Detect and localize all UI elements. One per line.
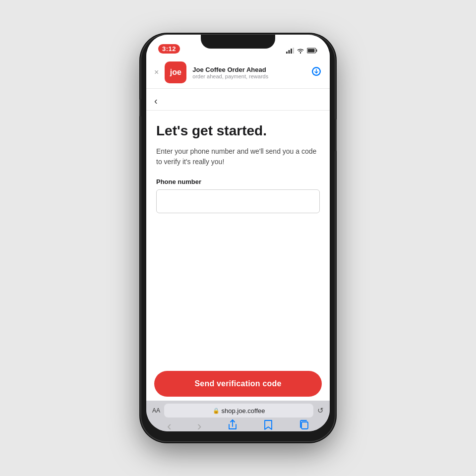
battery-icon [307, 48, 318, 54]
nav-back: ‹ [146, 89, 330, 111]
back-button[interactable]: ‹ [154, 96, 158, 106]
svg-rect-5 [316, 50, 317, 52]
page-subtitle: Enter your phone number and we'll send y… [156, 146, 320, 167]
safari-tabs-button[interactable] [295, 419, 313, 432]
page-title: Let's get started. [156, 122, 320, 139]
status-time: 3:12 [158, 44, 180, 54]
safari-nav: ‹ › [146, 417, 330, 431]
wifi-icon [297, 48, 304, 54]
svg-rect-6 [308, 49, 315, 53]
svg-rect-0 [286, 52, 288, 54]
send-verification-button[interactable]: Send verification code [154, 371, 322, 397]
phone-screen: 3:12 [146, 35, 330, 431]
svg-rect-2 [291, 49, 292, 54]
main-content: ‹ Let's get started. Enter your phone nu… [146, 89, 330, 401]
app-banner: × joe Joe Coffee Order Ahead order ahead… [146, 57, 330, 89]
safari-url-pill[interactable]: 🔒 shop.joe.coffee [164, 404, 313, 417]
safari-url-row: AA 🔒 shop.joe.coffee ↺ [146, 401, 330, 417]
safari-aa-button[interactable]: AA [152, 407, 160, 414]
phone-label: Phone number [156, 178, 320, 185]
svg-rect-3 [293, 48, 295, 54]
app-desc: order ahead, payment, rewards [192, 73, 305, 79]
app-info: Joe Coffee Order Ahead order ahead, paym… [192, 66, 305, 79]
status-icons [286, 48, 318, 54]
phone-input[interactable] [156, 189, 320, 213]
safari-back-button[interactable]: ‹ [163, 418, 176, 431]
phone-notch [201, 35, 275, 49]
safari-bar: AA 🔒 shop.joe.coffee ↺ ‹ › [146, 401, 330, 431]
phone-device: 3:12 [141, 35, 335, 441]
svg-rect-1 [289, 50, 290, 54]
safari-url-text: shop.joe.coffee [222, 407, 265, 415]
safari-forward-button[interactable]: › [193, 418, 206, 431]
safari-bookmarks-button[interactable] [259, 419, 277, 432]
app-download-button[interactable] [311, 66, 322, 79]
banner-close-button[interactable]: × [154, 68, 159, 77]
safari-lock-icon: 🔒 [213, 408, 220, 414]
app-name: Joe Coffee Order Ahead [192, 66, 305, 73]
app-icon: joe [165, 61, 186, 83]
signal-icon [286, 48, 294, 54]
safari-reload-button[interactable]: ↺ [317, 406, 324, 415]
safari-share-button[interactable] [224, 419, 241, 432]
form-area: Let's get started. Enter your phone numb… [146, 111, 330, 371]
svg-rect-8 [301, 422, 308, 429]
